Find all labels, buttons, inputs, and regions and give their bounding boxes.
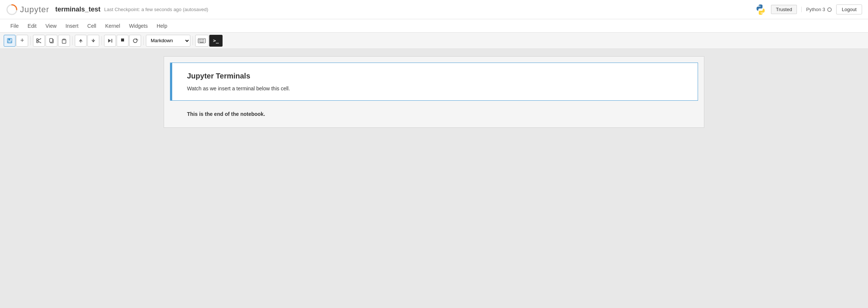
paste-button[interactable] [58,35,70,47]
menu-help[interactable]: Help [152,21,172,31]
toolbar-separator-2 [72,36,73,45]
notebook-inner: Jupyter Terminals Watch as we insert a t… [164,56,704,128]
svg-rect-20 [199,39,200,40]
arrow-down-icon [90,38,96,44]
menu-widgets[interactable]: Widgets [124,21,152,31]
header: Jupyter terminals_test Last Checkpoint: … [0,0,868,19]
python-logo-icon [755,4,767,16]
cell-content: Jupyter Terminals Watch as we insert a t… [172,63,698,100]
copy-icon [49,38,54,44]
toolbar-separator-5 [193,36,193,45]
menubar: File Edit View Insert Cell Kernel Widget… [0,19,868,33]
restart-icon [132,38,138,44]
menu-insert[interactable]: Insert [61,21,83,31]
toolbar-separator-1 [30,36,31,45]
notebook-cell[interactable]: Jupyter Terminals Watch as we insert a t… [170,63,698,101]
svg-rect-21 [200,39,201,40]
jupyter-wordmark: Jupyter [20,5,49,14]
jupyter-logo-icon [6,4,18,16]
cell-type-select[interactable]: Markdown Code Raw NBConvert Heading [146,35,190,47]
save-icon [7,38,13,44]
plus-icon: + [20,37,24,44]
run-next-button[interactable] [104,35,116,47]
trusted-button[interactable]: Trusted [771,5,797,14]
toolbar: + [0,33,868,49]
terminal-icon: >_ [213,38,219,43]
svg-point-6 [37,41,39,43]
notebook-container: Jupyter Terminals Watch as we insert a t… [0,49,868,308]
add-cell-button[interactable]: + [16,35,28,47]
move-up-button[interactable] [75,35,87,47]
svg-point-7 [37,38,39,40]
header-right: Trusted Python 3 Logout [755,4,862,16]
checkpoint-info: Last Checkpoint: a few seconds ago (auto… [104,7,208,12]
notebook-name[interactable]: terminals_test [55,6,100,13]
kernel-indicator: Python 3 [801,7,832,12]
cell-heading: Jupyter Terminals [187,72,683,80]
svg-rect-11 [50,38,53,42]
svg-rect-22 [202,39,203,40]
svg-rect-23 [203,39,204,40]
scissors-icon [36,38,42,44]
end-note: This is the end of the notebook. [172,107,696,121]
save-button[interactable] [4,35,16,47]
restart-button[interactable] [129,35,141,47]
cell-body: Watch as we insert a terminal below this… [187,86,683,91]
logo-area: Jupyter [6,4,49,16]
svg-rect-24 [199,41,200,41]
arrow-up-icon [78,38,84,44]
stop-icon [120,37,126,44]
svg-rect-26 [202,41,203,41]
svg-rect-18 [121,38,124,41]
menu-view[interactable]: View [41,21,61,31]
kernel-name: Python 3 [806,7,825,12]
logout-button[interactable]: Logout [836,4,862,14]
svg-rect-5 [8,41,11,43]
open-terminal-button[interactable]: >_ [209,35,223,47]
svg-line-9 [38,41,41,43]
svg-rect-27 [203,41,204,41]
stop-icon-svg [120,37,126,43]
kernel-status-icon [827,7,832,12]
menu-file[interactable]: File [6,21,23,31]
markdown-content: Jupyter Terminals Watch as we insert a t… [187,72,683,91]
svg-rect-28 [200,42,204,43]
move-down-button[interactable] [87,35,99,47]
keyboard-icon [198,38,206,43]
menu-edit[interactable]: Edit [23,21,41,31]
svg-rect-4 [8,38,10,40]
cut-button[interactable] [33,35,45,47]
stop-button[interactable] [117,35,128,47]
svg-point-2 [761,13,762,14]
paste-icon [61,38,67,44]
svg-line-8 [38,38,41,40]
toolbar-separator-3 [101,36,102,45]
menu-cell[interactable]: Cell [83,21,101,31]
svg-rect-25 [200,41,201,41]
step-forward-icon [107,38,113,44]
copy-button[interactable] [46,35,57,47]
keyboard-shortcuts-button[interactable] [195,35,208,47]
svg-marker-16 [108,39,111,43]
svg-point-1 [760,5,760,6]
end-note-text: This is the end of the notebook. [187,111,265,117]
toolbar-separator-4 [143,36,144,45]
menu-kernel[interactable]: Kernel [101,21,124,31]
